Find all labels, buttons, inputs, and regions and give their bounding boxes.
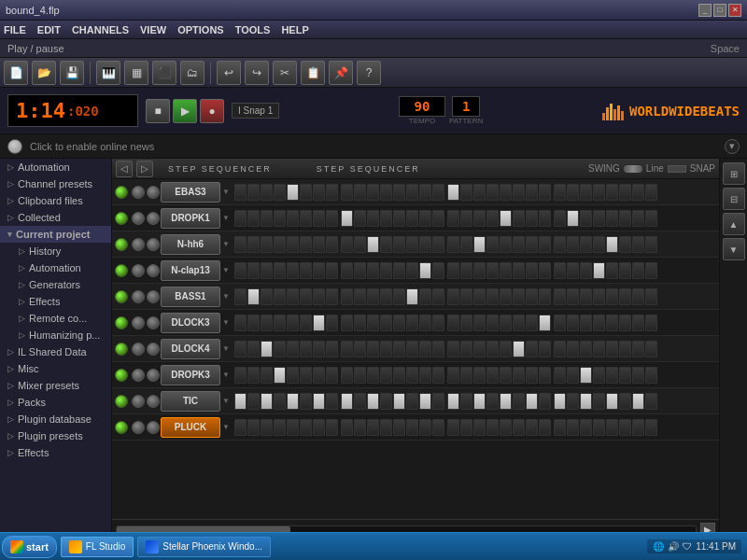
beat-button[interactable] bbox=[247, 210, 260, 227]
beat-button[interactable] bbox=[593, 236, 605, 253]
beat-button[interactable] bbox=[554, 236, 566, 253]
beat-button[interactable] bbox=[419, 419, 431, 436]
beat-button[interactable] bbox=[261, 236, 273, 253]
beat-button[interactable] bbox=[447, 210, 459, 227]
beat-button[interactable] bbox=[261, 184, 273, 201]
beat-button[interactable] bbox=[300, 393, 312, 410]
beat-button[interactable] bbox=[567, 393, 579, 410]
beat-button[interactable] bbox=[554, 367, 566, 384]
beat-button[interactable] bbox=[287, 262, 299, 279]
led-indicator[interactable] bbox=[115, 369, 128, 382]
beat-button[interactable] bbox=[300, 210, 312, 227]
beat-button[interactable] bbox=[539, 236, 551, 253]
beat-button[interactable] bbox=[526, 184, 538, 201]
beat-button[interactable] bbox=[287, 341, 299, 357]
beat-button[interactable] bbox=[500, 341, 512, 357]
beat-button[interactable] bbox=[526, 236, 538, 253]
beat-button[interactable] bbox=[300, 184, 312, 201]
beat-button[interactable] bbox=[234, 184, 247, 201]
beat-button[interactable] bbox=[326, 184, 338, 201]
menu-channels[interactable]: CHANNELS bbox=[72, 24, 129, 35]
beat-button[interactable] bbox=[619, 315, 631, 331]
led-indicator[interactable] bbox=[115, 316, 128, 329]
row-knob-volume[interactable] bbox=[132, 186, 145, 199]
sidebar-item-misc[interactable]: ▷ Misc bbox=[0, 360, 111, 377]
beat-button[interactable] bbox=[593, 367, 605, 384]
beat-button[interactable] bbox=[567, 288, 579, 305]
row-knob-pan[interactable] bbox=[147, 212, 160, 225]
beat-button[interactable] bbox=[380, 288, 392, 305]
beat-button[interactable] bbox=[500, 288, 512, 305]
beat-button[interactable] bbox=[380, 367, 392, 384]
beat-button[interactable] bbox=[326, 393, 338, 410]
beat-button[interactable] bbox=[341, 236, 353, 253]
beat-button[interactable] bbox=[645, 367, 657, 384]
beat-button[interactable] bbox=[447, 393, 459, 410]
beat-button[interactable] bbox=[313, 210, 325, 227]
beat-button[interactable] bbox=[473, 236, 486, 253]
beat-button[interactable] bbox=[593, 341, 605, 357]
beat-button[interactable] bbox=[500, 184, 512, 201]
beat-button[interactable] bbox=[261, 262, 273, 279]
beat-button[interactable] bbox=[593, 315, 605, 331]
beat-button[interactable] bbox=[580, 367, 592, 384]
sidebar-item-packs[interactable]: ▷ Packs bbox=[0, 394, 111, 411]
beat-button[interactable] bbox=[593, 262, 605, 279]
beat-button[interactable] bbox=[234, 236, 247, 253]
beat-button[interactable] bbox=[287, 393, 299, 410]
row-knob-pan[interactable] bbox=[147, 395, 160, 408]
row-knob-volume[interactable] bbox=[132, 421, 145, 434]
beat-button[interactable] bbox=[526, 210, 538, 227]
beat-button[interactable] bbox=[313, 288, 325, 305]
beat-button[interactable] bbox=[447, 367, 459, 384]
led-indicator[interactable] bbox=[115, 395, 128, 408]
beat-button[interactable] bbox=[380, 184, 392, 201]
beat-button[interactable] bbox=[606, 315, 618, 331]
beat-button[interactable] bbox=[580, 288, 592, 305]
led-indicator[interactable] bbox=[115, 421, 128, 434]
help-button[interactable]: ? bbox=[357, 61, 381, 85]
beat-button[interactable] bbox=[632, 288, 644, 305]
beat-button[interactable] bbox=[632, 236, 644, 253]
beat-button[interactable] bbox=[593, 419, 605, 436]
undo-button[interactable]: ↩ bbox=[217, 61, 241, 85]
beat-button[interactable] bbox=[419, 236, 431, 253]
sidebar-item-collected[interactable]: ▷ Collected bbox=[0, 209, 111, 226]
sidebar-item-automation[interactable]: ▷ Automation bbox=[0, 159, 111, 175]
beat-button[interactable] bbox=[419, 315, 431, 331]
beat-button[interactable] bbox=[460, 419, 472, 436]
right-btn-2[interactable]: ⊟ bbox=[723, 188, 745, 210]
copy-button[interactable]: 📋 bbox=[301, 61, 325, 85]
led-indicator[interactable] bbox=[115, 212, 128, 225]
beat-button[interactable] bbox=[554, 184, 566, 201]
beat-button[interactable] bbox=[432, 367, 444, 384]
beat-button[interactable] bbox=[354, 288, 366, 305]
row-knob-pan[interactable] bbox=[147, 421, 160, 434]
beat-button[interactable] bbox=[326, 367, 338, 384]
beat-button[interactable] bbox=[593, 210, 605, 227]
beat-button[interactable] bbox=[486, 210, 499, 227]
beat-button[interactable] bbox=[606, 210, 618, 227]
track-options-arrow[interactable]: ▼ bbox=[222, 266, 230, 274]
beat-button[interactable] bbox=[447, 288, 459, 305]
beat-button[interactable] bbox=[419, 393, 431, 410]
beat-button[interactable] bbox=[274, 210, 286, 227]
led-indicator[interactable] bbox=[115, 343, 128, 356]
beat-button[interactable] bbox=[539, 315, 551, 331]
beat-button[interactable] bbox=[354, 184, 366, 201]
beat-button[interactable] bbox=[406, 288, 418, 305]
right-btn-3[interactable]: ▲ bbox=[723, 213, 745, 235]
beat-button[interactable] bbox=[380, 419, 392, 436]
beat-button[interactable] bbox=[313, 341, 325, 357]
tempo-display[interactable]: 90 bbox=[399, 96, 445, 117]
beat-button[interactable] bbox=[526, 367, 538, 384]
start-button[interactable]: start bbox=[2, 536, 57, 558]
beat-button[interactable] bbox=[619, 367, 631, 384]
beat-button[interactable] bbox=[606, 367, 618, 384]
beat-button[interactable] bbox=[367, 341, 379, 357]
beat-button[interactable] bbox=[274, 315, 286, 331]
track-name-button[interactable]: DLOCK3 bbox=[161, 313, 220, 333]
beat-button[interactable] bbox=[393, 393, 405, 410]
beat-button[interactable] bbox=[341, 393, 353, 410]
beat-button[interactable] bbox=[274, 236, 286, 253]
